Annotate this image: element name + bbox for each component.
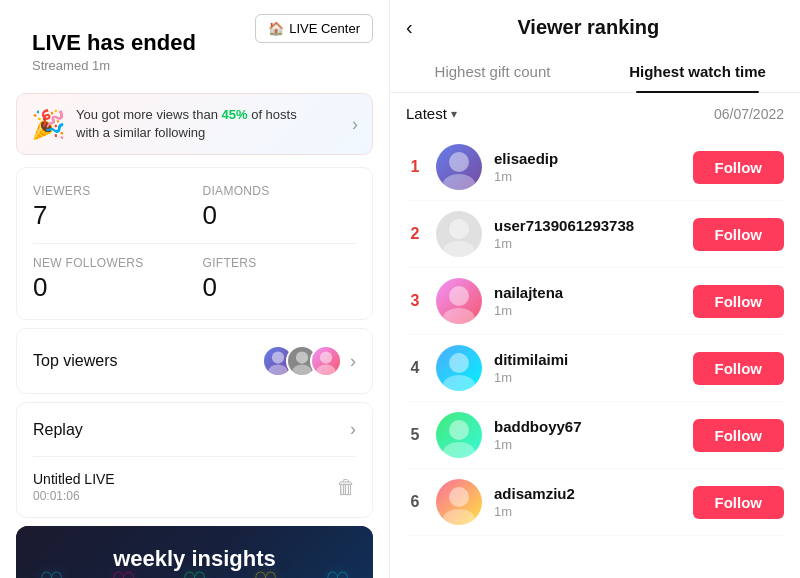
home-icon: 🏠 [268,21,284,36]
stat-diamonds: Diamonds 0 [203,184,357,231]
follow-button[interactable]: Follow [693,218,785,251]
right-panel: ‹ Viewer ranking Highest gift count High… [390,0,800,578]
svg-point-10 [449,286,469,306]
svg-point-11 [443,308,475,324]
viewer-row: 1 elisaedip 1m Follow [406,134,784,201]
top-viewers-avatars [262,345,342,377]
viewer-info: user7139061293738 1m [494,217,681,251]
viewers-value: 7 [33,200,187,231]
avatar-silhouette [436,412,482,458]
viewer-row: 2 user7139061293738 1m Follow [406,201,784,268]
avatar-silhouette [436,345,482,391]
trash-icon[interactable]: 🗑 [336,476,356,499]
promo-text-before: You got more views than [76,107,222,122]
viewer-time: 1m [494,169,681,184]
follow-button[interactable]: Follow [693,352,785,385]
viewer-time: 1m [494,303,681,318]
follow-button[interactable]: Follow [693,486,785,519]
insights-content: weekly insights Your inside track on all… [36,546,353,578]
svg-point-2 [296,352,308,364]
viewer-time: 1m [494,504,681,519]
replay-header[interactable]: Replay › [17,403,372,456]
diamonds-label: Diamonds [203,184,357,198]
svg-point-9 [443,241,475,257]
back-arrow-icon[interactable]: ‹ [406,16,413,39]
rank-number: 6 [406,493,424,511]
svg-point-0 [272,352,284,364]
viewer-name: elisaedip [494,150,681,167]
svg-point-6 [449,152,469,172]
latest-label: Latest [406,105,447,122]
viewer-name: nailajtena [494,284,681,301]
right-header: ‹ Viewer ranking [390,0,800,39]
stats-grid: Viewers 7 Diamonds 0 [33,184,356,231]
viewers-label: Viewers [33,184,187,198]
rank-number: 5 [406,426,424,444]
promo-highlight: 45% [222,107,248,122]
stat-new-followers: New followers 0 [33,256,187,303]
rank-number: 1 [406,158,424,176]
latest-dropdown[interactable]: Latest ▾ [406,105,457,122]
svg-point-4 [320,352,332,364]
viewer-row: 4 ditimilaimi 1m Follow [406,335,784,402]
viewer-name: ditimilaimi [494,351,681,368]
follow-button[interactable]: Follow [693,285,785,318]
insights-title: weekly insights [36,546,353,572]
top-viewers-right: › [262,345,356,377]
svg-point-7 [443,174,475,190]
viewer-row: 5 baddboyy67 1m Follow [406,402,784,469]
chevron-right-icon-replay: › [350,419,356,440]
top-viewers-row[interactable]: Top viewers [16,328,373,394]
avatar-silhouette [436,479,482,525]
date-label: 06/07/2022 [714,106,784,122]
replay-section: Replay › Untitled LIVE 00:01:06 🗑 [16,402,373,518]
gifters-value: 0 [203,272,357,303]
rank-number: 2 [406,225,424,243]
promo-content: 🎉 You got more views than 45% of hostswi… [31,106,297,142]
stats-section: Viewers 7 Diamonds 0 New followers 0 Gif… [16,167,373,320]
viewer-time: 1m [494,437,681,452]
viewer-avatar [436,345,482,391]
left-panel: LIVE has ended Streamed 1m 🏠 LIVE Center… [0,0,390,578]
new-followers-label: New followers [33,256,187,270]
dropdown-arrow-icon: ▾ [451,107,457,121]
avatar-silhouette [436,144,482,190]
viewer-row: 3 nailajtena 1m Follow [406,268,784,335]
filter-row: Latest ▾ 06/07/2022 [390,93,800,134]
svg-point-13 [443,375,475,391]
viewer-time: 1m [494,370,681,385]
replay-item: Untitled LIVE 00:01:06 🗑 [17,457,372,517]
insights-banner[interactable]: ♡ ♡ ♡ ♡ ♡ weekly insights Your inside tr… [16,526,373,578]
viewer-name: baddboyy67 [494,418,681,435]
promo-banner[interactable]: 🎉 You got more views than 45% of hostswi… [16,93,373,155]
rank-number: 3 [406,292,424,310]
replay-duration: 00:01:06 [33,489,115,503]
live-center-button[interactable]: 🏠 LIVE Center [255,14,373,43]
follow-button[interactable]: Follow [693,419,785,452]
svg-point-5 [316,365,335,376]
follow-button[interactable]: Follow [693,151,785,184]
rank-number: 4 [406,359,424,377]
replay-info: Untitled LIVE 00:01:06 [33,471,115,503]
svg-point-17 [443,509,475,525]
viewer-avatar [436,412,482,458]
viewer-info: adisamziu2 1m [494,485,681,519]
viewer-name: user7139061293738 [494,217,681,234]
svg-point-8 [449,219,469,239]
chevron-right-icon: › [352,114,358,135]
viewer-avatar [436,479,482,525]
avatar-silhouette [436,278,482,324]
tabs-row: Highest gift count Highest watch time [390,51,800,93]
chevron-right-icon-top-viewers: › [350,351,356,372]
viewer-name: adisamziu2 [494,485,681,502]
top-viewers-label: Top viewers [33,352,117,370]
viewer-avatar [436,211,482,257]
gifters-label: Gifters [203,256,357,270]
tab-watch-time[interactable]: Highest watch time [595,51,800,92]
tab-gift-count[interactable]: Highest gift count [390,51,595,92]
avatar-stack [262,345,342,377]
svg-point-15 [443,442,475,458]
avatar-silhouette [436,211,482,257]
stat-gifters: Gifters 0 [203,256,357,303]
promo-text: You got more views than 45% of hostswith… [76,106,297,142]
